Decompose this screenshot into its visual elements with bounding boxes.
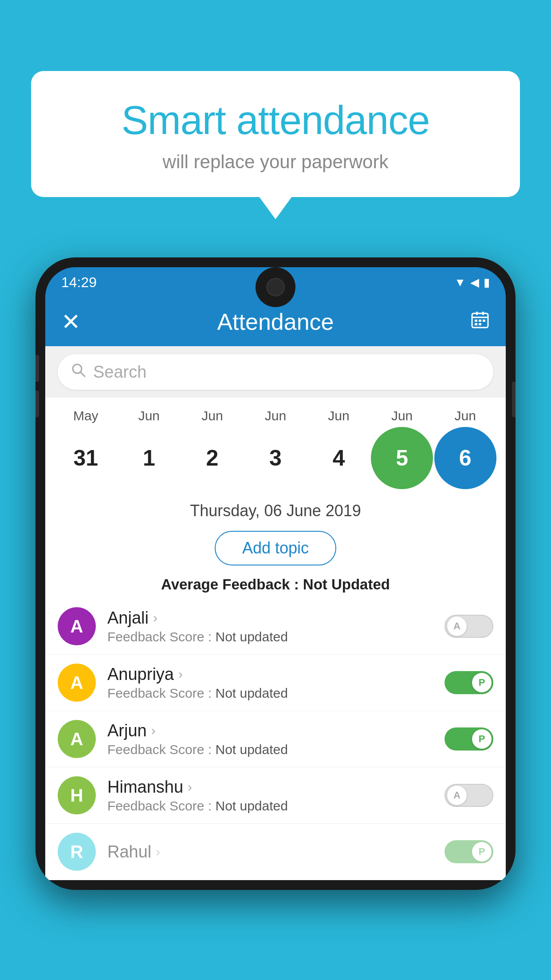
student-list: A Anjali › Feedback Score : Not updated … bbox=[45, 598, 506, 880]
svg-rect-2 bbox=[476, 312, 478, 315]
status-icons: ▼ ◀ ▮ bbox=[454, 276, 490, 289]
month-may: May bbox=[55, 408, 117, 423]
feedback-anupriya: Feedback Score : Not updated bbox=[107, 686, 445, 701]
search-bar[interactable]: Search bbox=[58, 354, 493, 390]
student-name-anjali: Anjali › bbox=[107, 609, 445, 628]
toggle-knob-anjali: A bbox=[447, 616, 467, 636]
date-5-today[interactable]: 5 bbox=[371, 427, 433, 489]
date-1[interactable]: 1 bbox=[118, 427, 180, 489]
status-time: 14:29 bbox=[61, 274, 97, 291]
phone-wrapper: 14:29 ▼ ◀ ▮ ✕ Attendance bbox=[35, 257, 516, 980]
speech-bubble-wrapper: Smart attendance will replace your paper… bbox=[31, 71, 520, 197]
student-name-arjun: Arjun › bbox=[107, 721, 445, 740]
student-item-anupriya[interactable]: A Anupriya › Feedback Score : Not update… bbox=[45, 655, 506, 711]
svg-rect-8 bbox=[479, 323, 481, 325]
svg-line-10 bbox=[81, 372, 85, 376]
avatar-arjun: A bbox=[58, 720, 96, 758]
calendar-row: May Jun Jun Jun Jun Jun Jun 31 1 2 3 4 5… bbox=[45, 398, 506, 494]
toggle-knob-himanshu: A bbox=[447, 786, 467, 805]
month-jun6: Jun bbox=[434, 408, 496, 423]
app-bar: ✕ Attendance bbox=[45, 297, 506, 346]
date-4[interactable]: 4 bbox=[308, 427, 370, 489]
speech-bubble: Smart attendance will replace your paper… bbox=[31, 71, 520, 197]
student-info-anupriya: Anupriya › Feedback Score : Not updated bbox=[107, 665, 445, 701]
avatar-partial: R bbox=[58, 833, 96, 871]
month-row: May Jun Jun Jun Jun Jun Jun bbox=[54, 408, 497, 423]
student-name-himanshu: Himanshu › bbox=[107, 778, 445, 797]
month-jun3: Jun bbox=[244, 408, 307, 423]
chevron-icon: › bbox=[151, 723, 156, 738]
phone-screen: Search May Jun Jun Jun Jun Jun Jun 31 1 … bbox=[45, 346, 506, 880]
search-placeholder: Search bbox=[93, 363, 146, 382]
date-row: 31 1 2 3 4 5 6 bbox=[54, 427, 497, 489]
bubble-title: Smart attendance bbox=[58, 98, 493, 143]
toggle-knob-anupriya: P bbox=[472, 673, 492, 692]
feedback-arjun: Feedback Score : Not updated bbox=[107, 742, 445, 757]
chevron-icon: › bbox=[188, 779, 192, 794]
student-name-anupriya: Anupriya › bbox=[107, 665, 445, 684]
signal-icon: ◀ bbox=[470, 276, 479, 289]
student-item-anjali[interactable]: A Anjali › Feedback Score : Not updated … bbox=[45, 598, 506, 655]
student-item-partial[interactable]: R Rahul › P bbox=[45, 824, 506, 880]
add-topic-container: Add topic bbox=[45, 525, 506, 576]
chevron-icon: › bbox=[156, 844, 160, 859]
date-3[interactable]: 3 bbox=[244, 427, 307, 489]
student-info-partial: Rahul › bbox=[107, 842, 445, 861]
student-info-himanshu: Himanshu › Feedback Score : Not updated bbox=[107, 778, 445, 814]
search-icon bbox=[71, 363, 86, 382]
toggle-anupriya[interactable]: P bbox=[445, 671, 493, 694]
bubble-subtitle: will replace your paperwork bbox=[58, 151, 493, 173]
date-31[interactable]: 31 bbox=[55, 427, 117, 489]
feedback-anjali: Feedback Score : Not updated bbox=[107, 629, 445, 644]
toggle-knob-partial: P bbox=[472, 842, 492, 861]
phone-camera bbox=[266, 278, 285, 296]
search-bar-wrapper: Search bbox=[45, 346, 506, 398]
svg-rect-7 bbox=[475, 323, 477, 325]
svg-rect-5 bbox=[479, 320, 481, 322]
avatar-himanshu: H bbox=[58, 776, 96, 814]
toggle-knob-arjun: P bbox=[472, 729, 492, 749]
month-jun4: Jun bbox=[308, 408, 370, 423]
power-button bbox=[512, 382, 516, 417]
avatar-anupriya: A bbox=[58, 664, 96, 702]
toggle-anjali[interactable]: A bbox=[445, 615, 493, 638]
student-item-himanshu[interactable]: H Himanshu › Feedback Score : Not update… bbox=[45, 767, 506, 824]
toggle-partial[interactable]: P bbox=[445, 840, 493, 863]
svg-rect-3 bbox=[482, 312, 484, 315]
date-6-selected[interactable]: 6 bbox=[434, 427, 496, 489]
chevron-icon: › bbox=[153, 610, 157, 625]
chevron-icon: › bbox=[178, 667, 183, 682]
average-feedback-label: Average Feedback : Not Updated bbox=[45, 576, 506, 598]
selected-date-label: Thursday, 06 June 2019 bbox=[45, 494, 506, 525]
toggle-arjun[interactable]: P bbox=[445, 727, 493, 751]
phone-frame: 14:29 ▼ ◀ ▮ ✕ Attendance bbox=[35, 257, 516, 890]
student-name-partial: Rahul › bbox=[107, 842, 445, 861]
add-topic-button[interactable]: Add topic bbox=[215, 531, 336, 565]
app-bar-title: Attendance bbox=[94, 308, 457, 335]
volume-up-button bbox=[35, 355, 39, 382]
student-info-anjali: Anjali › Feedback Score : Not updated bbox=[107, 609, 445, 644]
toggle-himanshu[interactable]: A bbox=[445, 784, 493, 807]
month-jun1: Jun bbox=[118, 408, 180, 423]
close-button[interactable]: ✕ bbox=[61, 308, 81, 335]
wifi-icon: ▼ bbox=[454, 276, 466, 289]
date-2[interactable]: 2 bbox=[181, 427, 243, 489]
avatar-anjali: A bbox=[58, 607, 96, 645]
volume-down-button bbox=[35, 391, 39, 417]
svg-rect-6 bbox=[483, 320, 485, 322]
feedback-himanshu: Feedback Score : Not updated bbox=[107, 798, 445, 814]
student-info-arjun: Arjun › Feedback Score : Not updated bbox=[107, 721, 445, 757]
student-item-arjun[interactable]: A Arjun › Feedback Score : Not updated P bbox=[45, 711, 506, 767]
month-jun5: Jun bbox=[371, 408, 433, 423]
month-jun2: Jun bbox=[181, 408, 243, 423]
calendar-icon[interactable] bbox=[470, 310, 490, 334]
battery-icon: ▮ bbox=[484, 276, 490, 289]
svg-rect-4 bbox=[475, 320, 477, 322]
